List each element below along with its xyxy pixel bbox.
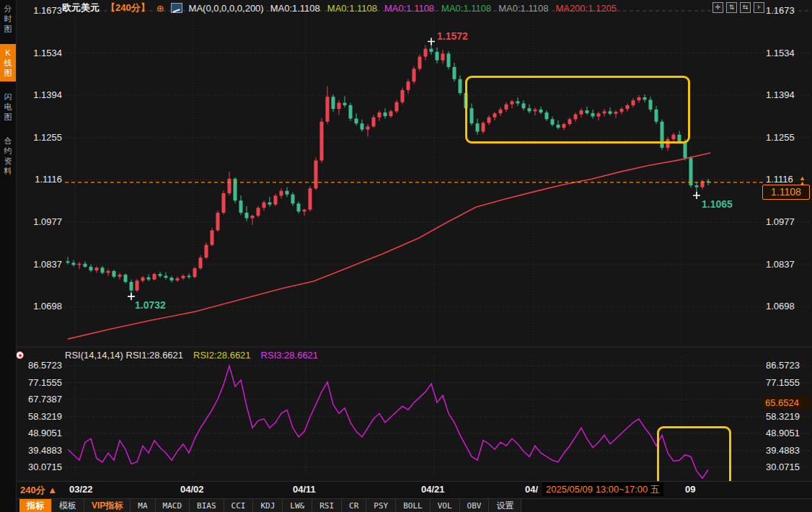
left-sidebar: 分 时 图K 线 图闪 电 图合 约 资 料: [0, 0, 17, 512]
toolbar-button-模板[interactable]: 模板: [52, 499, 84, 512]
ma-value: MA0:1.1108: [384, 3, 434, 14]
ma-legend: MA0:1.1108MA0:1.1108MA0:1.1108MA0:1.1108…: [270, 3, 617, 14]
main-axis-label-left: 1.1116: [20, 174, 62, 185]
main-axis-label-right: 1.1255: [766, 132, 795, 143]
ma-value: MA0:1.1108: [327, 3, 377, 14]
crosshair-icon[interactable]: ✛: [712, 2, 723, 13]
sidebar-item-K线图[interactable]: K 线 图: [0, 44, 16, 81]
period-label: 【240分】: [106, 1, 150, 14]
symbol-name: 欧元美元: [62, 1, 100, 14]
toolbar-button-LW&[interactable]: LW&: [283, 499, 312, 512]
rsi-legend: RSI(14,14,14) RSI1:28.6621RSI2:28.6621RS…: [65, 350, 318, 361]
main-axis-label-right: 1.1116: [766, 174, 793, 185]
sidebar-item-分时图[interactable]: 分 时 图: [0, 0, 16, 37]
rsi-axis-label-left: 67.7387: [20, 394, 62, 405]
trading-app: 分 时 图K 线 图闪 电 图合 约 资 料 欧元美元 【240分】 ⊕ MA(…: [0, 0, 812, 512]
rsi-axis-label-left: 58.3219: [20, 411, 62, 422]
toolbar-button-CCI[interactable]: CCI: [224, 499, 254, 512]
toolbar-button-BOLL[interactable]: BOLL: [396, 499, 431, 512]
chart-type-icon[interactable]: [171, 3, 182, 13]
panel-expand-icon[interactable]: ⊦: [754, 2, 764, 13]
rsi-axis-label-left: 30.0715: [20, 462, 62, 472]
main-axis-label-right: 1.1673: [766, 5, 795, 16]
date-label: 04/21: [421, 484, 445, 495]
rsi-axis-label-right: 86.5723: [766, 360, 800, 371]
main-axis-label-left: 1.0837: [20, 259, 62, 270]
rsi-legend-item: RSI(14,14,14) RSI1:28.6621: [65, 350, 183, 361]
rsi-axis-label-left: 86.5723: [20, 360, 62, 371]
rsi-legend-item: RSI3:28.6621: [261, 350, 319, 361]
main-axis-label-left: 1.1534: [20, 48, 62, 58]
toolbar-button-RSI[interactable]: RSI: [312, 499, 342, 512]
time-range-tooltip: 2025/05/09 13:00~17:00 五: [542, 482, 663, 496]
window-icons: ✛⇅⇆⊦: [712, 2, 764, 13]
recent-low-annotation: 1.1065: [702, 198, 733, 210]
rsi-settings-icon[interactable]: [16, 351, 24, 359]
date-label: 03/22: [69, 484, 93, 495]
main-axis-label-right: 1.0977: [766, 216, 795, 227]
ma-formula: MA(0,0,0,0,0,200): [189, 3, 264, 14]
main-axis-label-left: 1.1394: [20, 89, 62, 100]
ma-value: MA200:1.1205: [555, 3, 617, 14]
period-selector-button[interactable]: 240分 ▲: [20, 484, 57, 497]
rsi-axis-label-right: 48.9051: [766, 428, 800, 438]
x-axis-scale-icon[interactable]: ⇆: [740, 2, 751, 13]
main-axis-label-right: 1.1534: [766, 48, 795, 58]
rsi-axis-label-left: 39.4883: [20, 445, 62, 456]
rsi-axis-label-right: 39.4883: [766, 445, 800, 456]
date-label: 04/11: [293, 484, 316, 495]
sidebar-item-合约资料[interactable]: 合 约 资 料: [0, 132, 16, 180]
main-axis-label-right: 1.0837: [766, 259, 795, 270]
ma-value: MA0:1.1108: [441, 3, 491, 14]
y-axis-scale-icon[interactable]: ⇅: [726, 2, 737, 13]
chart-header: 欧元美元 【240分】 ⊕ MA(0,0,0,0,0,200) MA0:1.11…: [62, 1, 617, 14]
consolidation-highlight-box: [465, 76, 690, 144]
toolbar-button-设置[interactable]: 设置: [489, 499, 521, 512]
date-label: 04/: [525, 484, 538, 495]
high-annotation: 1.1572: [437, 30, 468, 42]
toolbar-button-OBV[interactable]: OBV: [460, 499, 490, 512]
time-axis-row: 240分 ▲ 2025/05/09 13:00~17:00 五 03/2204/…: [16, 481, 812, 499]
low-annotation: 1.0732: [135, 299, 166, 311]
toolbar-button-PSY[interactable]: PSY: [366, 499, 396, 512]
rsi-axis-label-right: 77.1555: [766, 377, 800, 388]
current-price-tag: 1.1108: [762, 185, 810, 200]
add-indicator-icon[interactable]: ⊕: [156, 3, 164, 14]
main-axis-label-left: 1.1255: [20, 132, 62, 143]
date-label: 09: [685, 484, 695, 495]
rsi-highlight-value: 65.6524: [762, 396, 810, 410]
toolbar-button-VIP指标[interactable]: VIP指标: [84, 499, 131, 512]
main-axis-label-left: 1.1673: [20, 5, 62, 16]
toolbar-button-指标[interactable]: 指标: [19, 499, 52, 512]
rsi-axis-label-right: 58.3219: [766, 411, 800, 422]
sidebar-item-闪电图[interactable]: 闪 电 图: [0, 88, 16, 125]
indicator-toolbar: 指标模板VIP指标MAMACDBIASCCIKDJLW&RSICRPSYBOLL…: [16, 498, 812, 512]
toolbar-button-MACD[interactable]: MACD: [156, 499, 190, 512]
rsi-axis-label-left: 48.9051: [20, 428, 62, 438]
ma-value: MA0:1.1108: [270, 3, 320, 14]
main-axis-label-right: 1.0698: [766, 301, 795, 312]
date-label: 04/02: [180, 484, 204, 495]
rsi-legend-item: RSI2:28.6621: [193, 350, 251, 361]
toolbar-button-VOL[interactable]: VOL: [431, 499, 460, 512]
rsi-axis-label-right: 30.0715: [766, 462, 800, 472]
main-axis-label-right: 1.1394: [766, 89, 795, 100]
toolbar-button-BIAS[interactable]: BIAS: [190, 499, 224, 512]
main-axis-label-left: 1.0977: [20, 216, 62, 227]
main-axis-label-left: 1.0698: [20, 301, 62, 312]
candlestick-chart[interactable]: [0, 0, 812, 346]
toolbar-button-CR[interactable]: CR: [342, 499, 366, 512]
toolbar-button-MA[interactable]: MA: [131, 499, 155, 512]
price-up-arrow-icon: ▲▲: [799, 176, 806, 186]
toolbar-button-KDJ[interactable]: KDJ: [253, 499, 283, 512]
rsi-axis-label-left: 77.1555: [20, 377, 62, 388]
ma-value: MA0:1.1108: [498, 3, 548, 14]
